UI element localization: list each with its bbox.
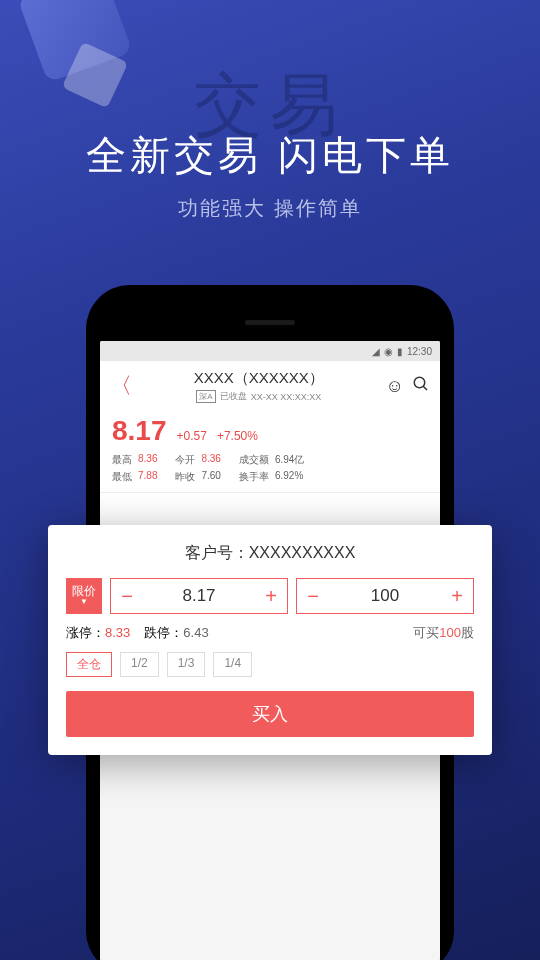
price-pct: +7.50% (217, 429, 258, 443)
limit-up-label: 涨停： (66, 625, 105, 640)
status-time: 12:30 (407, 346, 432, 357)
price-block: 8.17 +0.57 +7.50% 最高8.36 最低7.88 今开8.36 昨… (100, 411, 440, 493)
prev-val: 7.60 (201, 470, 220, 484)
qty-stepper: − 100 + (296, 578, 474, 614)
amt-val: 6.94亿 (275, 453, 304, 467)
limit-dn-label: 跌停： (144, 625, 183, 640)
pos-quarter-button[interactable]: 1/4 (213, 652, 252, 677)
price-change: +0.57 (177, 429, 207, 443)
wifi-icon: ◉ (384, 346, 393, 357)
hero-subtitle: 功能强大 操作简单 (0, 195, 540, 222)
low-val: 7.88 (138, 470, 157, 484)
high-label: 最高 (112, 453, 132, 467)
open-label: 今开 (175, 453, 195, 467)
last-price: 8.17 (112, 415, 167, 447)
low-label: 最低 (112, 470, 132, 484)
market-badge: 深A (196, 390, 215, 403)
open-val: 8.36 (201, 453, 220, 467)
available-qty: 可买100股 (413, 624, 474, 642)
search-icon[interactable] (412, 375, 430, 398)
turn-val: 6.92% (275, 470, 303, 484)
stock-name: XXXX（XXXXXX） (140, 369, 378, 388)
stock-title-wrap: XXXX（XXXXXX） 深A 已收盘 XX-XX XX:XX:XX (140, 369, 378, 403)
caret-down-icon: ▼ (80, 598, 88, 607)
position-row: 全仓 1/2 1/3 1/4 (66, 652, 474, 677)
back-icon[interactable]: 〈 (110, 371, 132, 401)
high-val: 8.36 (138, 453, 157, 467)
limit-dn-val: 6.43 (183, 625, 208, 640)
market-status: 已收盘 (220, 390, 247, 403)
alarm-icon[interactable]: ☺ (386, 376, 404, 397)
order-card: 客户号：XXXXXXXXXX 限价 ▼ − 8.17 + − 100 + 涨停：… (48, 525, 492, 755)
cust-label: 客户号： (185, 544, 249, 561)
status-bar: ◢ ◉ ▮ 12:30 (100, 341, 440, 361)
signal-icon: ◢ (372, 346, 380, 357)
price-plus-button[interactable]: + (255, 585, 287, 608)
turn-label: 换手率 (239, 470, 269, 484)
cust-value: XXXXXXXXXX (249, 544, 356, 561)
pos-half-button[interactable]: 1/2 (120, 652, 159, 677)
qty-plus-button[interactable]: + (441, 585, 473, 608)
pos-full-button[interactable]: 全仓 (66, 652, 112, 677)
svg-point-0 (414, 377, 425, 388)
pos-third-button[interactable]: 1/3 (167, 652, 206, 677)
hero-title: 全新交易 闪电下单 (0, 128, 540, 183)
price-stepper: − 8.17 + (110, 578, 288, 614)
limit-up-val: 8.33 (105, 625, 130, 640)
price-input[interactable]: 8.17 (143, 586, 255, 606)
amt-label: 成交额 (239, 453, 269, 467)
svg-line-1 (423, 386, 427, 390)
qty-input[interactable]: 100 (329, 586, 441, 606)
customer-row: 客户号：XXXXXXXXXX (66, 543, 474, 564)
phone-notch (100, 303, 440, 341)
buy-button[interactable]: 买入 (66, 691, 474, 737)
battery-icon: ▮ (397, 346, 403, 357)
prev-label: 昨收 (175, 470, 195, 484)
qty-minus-button[interactable]: − (297, 585, 329, 608)
market-date: XX-XX XX:XX:XX (251, 392, 322, 402)
price-type-badge[interactable]: 限价 ▼ (66, 578, 102, 614)
price-minus-button[interactable]: − (111, 585, 143, 608)
stock-header: 〈 XXXX（XXXXXX） 深A 已收盘 XX-XX XX:XX:XX ☺ (100, 361, 440, 411)
